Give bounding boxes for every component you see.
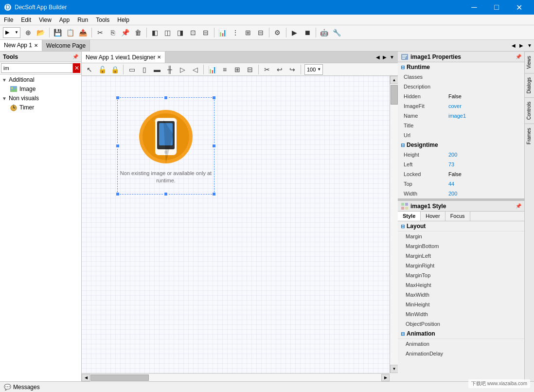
toolbar-btn-9[interactable]: ⊟: [200, 27, 212, 38]
d-btn-10[interactable]: ⊟: [244, 64, 256, 75]
maximize-button[interactable]: □: [485, 0, 508, 15]
style-value-margin[interactable]: [456, 232, 524, 241]
toolbar-btn-13[interactable]: ⊟: [255, 27, 267, 38]
tool-timer[interactable]: Timer: [0, 103, 81, 112]
style-value-maxheight[interactable]: [456, 280, 524, 289]
toolbar-btn-11[interactable]: ⋮: [230, 27, 241, 38]
toolbar-dropdown-1[interactable]: ▶ ▼: [3, 27, 20, 38]
style-tab-hover[interactable]: Hover: [421, 212, 445, 221]
tools-search-input[interactable]: [1, 63, 73, 73]
toolbar-btn-cut[interactable]: ✂: [94, 27, 106, 38]
tab-nav-next[interactable]: ▶: [517, 43, 525, 48]
d-btn-undo[interactable]: ↩: [274, 64, 285, 75]
tab-nav-menu[interactable]: ▼: [525, 43, 534, 48]
style-pin-icon[interactable]: 📌: [516, 203, 521, 209]
style-value-maxwidth[interactable]: [456, 290, 524, 299]
d-btn-3[interactable]: ▬: [151, 64, 163, 75]
prop-value-classes[interactable]: [446, 72, 524, 81]
menu-view[interactable]: View: [35, 15, 55, 25]
style-value-objectposition[interactable]: [456, 319, 524, 328]
tools-group-additional[interactable]: ▼ Additional: [0, 75, 81, 84]
menu-app[interactable]: App: [55, 15, 73, 25]
menu-run[interactable]: Run: [73, 15, 92, 25]
toolbar-btn-new[interactable]: ⊕: [22, 27, 34, 38]
d-btn-lock2[interactable]: 🔒: [109, 64, 121, 75]
tools-pin-icon[interactable]: 📌: [72, 54, 78, 59]
d-zoom[interactable]: 100 ▼: [304, 64, 323, 75]
toolbar-btn-6[interactable]: ◫: [162, 27, 174, 38]
toolbar-btn-export[interactable]: 📤: [77, 27, 89, 38]
scroll-down-btn[interactable]: ▼: [390, 365, 398, 373]
toolbar-btn-paste[interactable]: 📌: [120, 27, 131, 38]
style-value-marginright[interactable]: [456, 261, 524, 270]
prop-value-name[interactable]: image1: [446, 111, 524, 120]
menu-edit[interactable]: Edit: [17, 15, 35, 25]
prop-value-width[interactable]: 200: [446, 189, 524, 198]
toolbar-btn-saveas[interactable]: 📋: [65, 27, 76, 38]
prop-value-imagefit[interactable]: cover: [446, 101, 524, 110]
designer-canvas[interactable]: Non existing image or available only at …: [82, 76, 390, 373]
d-btn-pointer[interactable]: ↖: [84, 64, 95, 75]
scroll-left-btn[interactable]: ◀: [82, 374, 90, 381]
right-vtab-views[interactable]: Views: [525, 52, 534, 73]
prop-value-title[interactable]: [446, 121, 524, 130]
d-btn-5[interactable]: ▷: [177, 64, 188, 75]
toolbar-btn-8[interactable]: ⊡: [187, 27, 199, 38]
props-section-designtime[interactable]: ⊟ Designtime: [398, 140, 524, 150]
close-button[interactable]: ✕: [508, 0, 530, 15]
right-vtab-dialogs[interactable]: Dialogs: [525, 73, 534, 97]
style-tab-style[interactable]: Style: [398, 212, 421, 221]
right-vtab-controls[interactable]: Controls: [525, 97, 534, 124]
style-value-animation[interactable]: [456, 339, 524, 348]
d-btn-8[interactable]: ≡: [219, 64, 231, 75]
style-value-marginbottom[interactable]: [456, 241, 524, 250]
toolbar-btn-settings[interactable]: ⚙: [272, 27, 284, 38]
toolbar-btn-open[interactable]: 📂: [35, 27, 47, 38]
menu-help[interactable]: Help: [113, 15, 133, 25]
style-value-minwidth[interactable]: [456, 309, 524, 319]
style-section-layout[interactable]: ⊟ Layout: [398, 221, 524, 232]
toolbar-btn-stop[interactable]: ⏹: [302, 27, 313, 38]
canvas-scrollbar-h[interactable]: ◀ ▶: [82, 373, 390, 381]
tab-new-app[interactable]: New App 1 ✕: [0, 40, 42, 51]
canvas-image-widget[interactable]: Non existing image or available only at …: [117, 97, 214, 195]
d-btn-1[interactable]: ▭: [126, 64, 138, 75]
scroll-up-btn[interactable]: ▲: [390, 76, 398, 84]
d-btn-redo[interactable]: ↪: [286, 64, 298, 75]
style-section-animation[interactable]: ⊟ Animation: [398, 329, 524, 339]
tab-close-app[interactable]: ✕: [34, 43, 38, 48]
props-pin-icon[interactable]: 📌: [516, 54, 521, 59]
tools-group-nonvisuals[interactable]: ▼ Non visuals: [0, 94, 81, 103]
designer-nav-menu[interactable]: ▼: [388, 54, 396, 60]
prop-value-description[interactable]: [446, 82, 524, 91]
toolbar-btn-copy[interactable]: ⎘: [107, 27, 119, 38]
tools-search-clear[interactable]: ✕: [73, 63, 80, 73]
toolbar-btn-7[interactable]: ◨: [175, 27, 186, 38]
style-value-minheight[interactable]: [456, 300, 524, 309]
d-btn-9[interactable]: ⊞: [231, 64, 243, 75]
tool-image[interactable]: Image: [0, 84, 81, 94]
prop-value-left[interactable]: 73: [446, 160, 524, 169]
menu-file[interactable]: File: [0, 15, 17, 25]
d-btn-7[interactable]: 📊: [206, 64, 218, 75]
designer-nav-next[interactable]: ▶: [381, 54, 388, 60]
style-tab-focus[interactable]: Focus: [445, 212, 470, 221]
scroll-thumb-h[interactable]: [90, 374, 149, 381]
toolbar-btn-save[interactable]: 💾: [52, 27, 64, 38]
toolbar-btn-10[interactable]: 📊: [217, 27, 229, 38]
minimize-button[interactable]: ─: [463, 0, 485, 15]
prop-value-url[interactable]: [446, 130, 524, 140]
prop-value-height[interactable]: 200: [446, 150, 524, 159]
designer-tab-view1[interactable]: New App 1 view1 Designer ✕: [82, 52, 165, 63]
toolbar-btn-android[interactable]: 🤖: [319, 27, 330, 38]
d-btn-lock[interactable]: 🔓: [96, 64, 108, 75]
d-btn-scissors[interactable]: ✂: [261, 64, 273, 75]
toolbar-btn-5[interactable]: ◧: [149, 27, 161, 38]
prop-value-locked[interactable]: False: [446, 169, 524, 178]
scroll-thumb-v[interactable]: [391, 85, 398, 105]
tab-nav-prev[interactable]: ◀: [510, 43, 517, 48]
props-section-runtime[interactable]: ⊟ Runtime: [398, 62, 524, 72]
toolbar-btn-play[interactable]: ▶: [289, 27, 301, 38]
d-btn-4[interactable]: ╫: [164, 64, 176, 75]
prop-value-top[interactable]: 44: [446, 179, 524, 188]
